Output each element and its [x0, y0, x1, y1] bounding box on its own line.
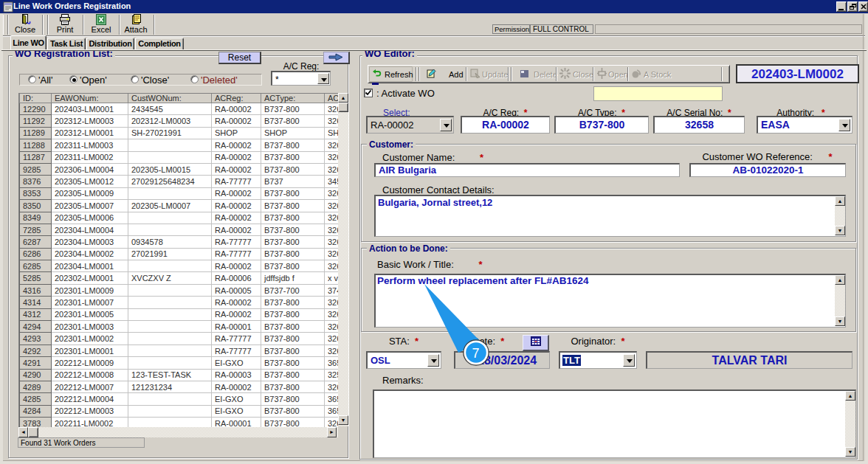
- svg-text:7: 7: [472, 346, 479, 361]
